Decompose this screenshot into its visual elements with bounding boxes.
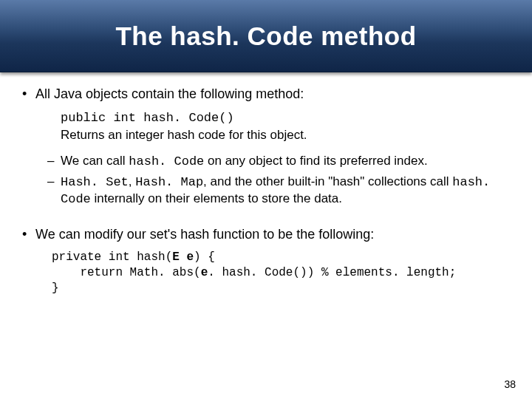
code-text: ) { <box>194 250 215 264</box>
code-span: Hash. Set <box>61 175 129 189</box>
code-span: hash. Code <box>129 154 204 168</box>
bullet-text: We can modify our set's hash function to… <box>35 226 517 243</box>
slide-title: The hash. Code method <box>115 21 416 51</box>
slide-body: • All Java objects contain the following… <box>0 72 532 296</box>
bullet-dot-icon: • <box>22 86 35 103</box>
slide: The hash. Code method • All Java objects… <box>0 0 532 399</box>
bullet-text: All Java objects contain the following m… <box>35 86 517 103</box>
dash-icon: – <box>47 174 61 207</box>
page-number: 38 <box>504 378 516 390</box>
sub-bullet-text: We can call hash. Code on any object to … <box>61 153 517 169</box>
method-signature: public int hash. Code() <box>61 110 517 126</box>
code-text: return Math. abs( <box>52 266 201 279</box>
bullet-item: • All Java objects contain the following… <box>22 86 517 103</box>
method-signature-block: public int hash. Code() Returns an integ… <box>61 110 517 143</box>
bullet-dot-icon: • <box>22 226 35 243</box>
text-span: , <box>129 174 135 188</box>
sub-bullet-item: – We can call hash. Code on any object t… <box>47 153 517 169</box>
bullet-item: • We can modify our set's hash function … <box>22 226 517 243</box>
text-span: internally on their elements to store th… <box>91 191 342 205</box>
text-span: on any object to find its preferred inde… <box>204 154 427 168</box>
sub-bullet-text: Hash. Set, Hash. Map, and the other buil… <box>61 174 517 207</box>
dash-icon: – <box>47 153 61 169</box>
text-span: We can call <box>61 154 129 168</box>
code-param: E e <box>172 250 194 264</box>
code-span: Hash. Map <box>135 175 203 189</box>
code-param: e <box>201 266 208 279</box>
title-bar: The hash. Code method <box>0 0 532 72</box>
code-block: private int hash(E e) { return Math. abs… <box>52 250 517 296</box>
code-text: . hash. Code()) % elements. length; <box>208 266 456 279</box>
text-span: , and the other built-in "hash" collecti… <box>203 174 452 188</box>
code-text: private int hash( <box>52 250 172 264</box>
method-description: Returns an integer hash code for this ob… <box>61 127 517 143</box>
code-text: } <box>52 282 59 295</box>
sub-bullet-item: – Hash. Set, Hash. Map, and the other bu… <box>47 174 517 207</box>
